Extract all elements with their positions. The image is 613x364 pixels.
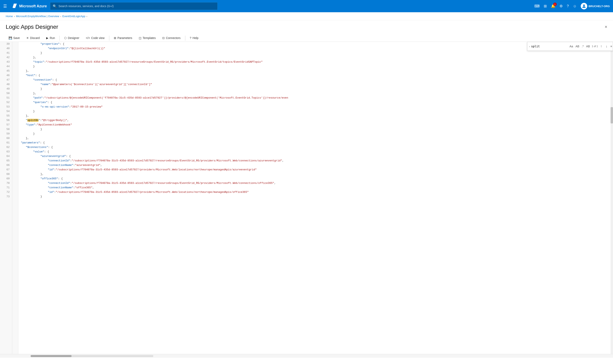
breadcrumb-workflow[interactable]: Microsoft.EmptyWorkflow | Overview: [16, 15, 59, 18]
line-num-65: 65: [0, 158, 12, 163]
search-prev-button[interactable]: ↑: [599, 44, 603, 49]
line-num-55: 55: [0, 114, 12, 118]
code-line-42: },: [18, 55, 613, 60]
line-num-60: 60: [0, 136, 12, 141]
code-line-68: },: [18, 172, 613, 177]
match-word-button[interactable]: AB: [575, 44, 580, 49]
code-line-50: },: [18, 91, 613, 96]
code-line-58: }: [18, 127, 613, 132]
chevron-1: ›: [14, 15, 15, 18]
chevron-3: ›: [86, 15, 87, 18]
line-num-72: 72: [0, 190, 12, 195]
close-button[interactable]: ×: [605, 24, 607, 30]
code-line-44: }: [18, 64, 613, 69]
code-area[interactable]: "properties": { "endpointUrl": "@{listCa…: [18, 42, 613, 354]
code-view-button[interactable]: </> Code view: [83, 35, 108, 42]
search-count: 1 of 1: [592, 45, 598, 48]
code-line-39: "properties": {: [18, 42, 613, 46]
templates-icon: ◫: [139, 36, 141, 39]
h-scrollbar-thumb[interactable]: [31, 355, 71, 357]
line-num-51: 51: [0, 96, 12, 100]
notification-icon[interactable]: 🔔 1: [551, 4, 555, 8]
code-line-61: "parameters": {: [18, 141, 613, 145]
line-num-46: 46: [0, 73, 12, 78]
line-num-66: 66: [0, 163, 12, 168]
templates-button[interactable]: ◫ Templates: [136, 35, 159, 42]
top-nav: ☰ Microsoft Azure 🔍 ⌨ ⊞ 🔔 1 ⚙ ? ☺ BRUCHE…: [0, 0, 613, 12]
page-title: Logic Apps Designer: [6, 24, 58, 30]
breadcrumb: Home › Microsoft.EmptyWorkflow | Overvie…: [0, 12, 613, 20]
search-chevron: ›: [529, 45, 530, 48]
designer-label: Designer: [68, 36, 79, 39]
scrollbar-thumb[interactable]: [611, 107, 613, 123]
line-num-56: 56: [0, 118, 12, 123]
save-button[interactable]: 💾 Save: [6, 35, 23, 42]
breadcrumb-home[interactable]: Home: [6, 15, 13, 18]
azure-logo: Microsoft Azure: [12, 3, 47, 9]
bottom-bar: [0, 354, 613, 358]
connectors-icon: ⊡: [162, 36, 165, 39]
connectors-button[interactable]: ⊡ Connectors: [159, 35, 183, 42]
horizontal-scrollbar[interactable]: [31, 355, 153, 357]
help-label: Help: [193, 36, 198, 39]
preserve-case-button[interactable]: AB: [586, 44, 591, 49]
code-line-59: }: [18, 132, 613, 136]
separator-3: [185, 36, 185, 41]
global-search[interactable]: 🔍: [50, 2, 218, 10]
code-line-54: }: [18, 109, 613, 114]
code-line-48: "name": "@parameters('$connections')['az…: [18, 82, 613, 87]
notification-badge: 1: [553, 3, 557, 6]
run-label: Run: [50, 36, 55, 39]
vertical-scrollbar[interactable]: [611, 42, 613, 354]
code-icon: </>: [86, 36, 90, 39]
line-num-53: 53: [0, 105, 12, 109]
line-num-71: 71: [0, 185, 12, 190]
parameters-button[interactable]: ⊞ Parameters: [111, 35, 135, 42]
separator-2: [109, 36, 109, 41]
cloud-shell-icon[interactable]: ⌨: [534, 4, 540, 8]
line-num-58: 58: [0, 127, 12, 132]
regex-button[interactable]: .*: [581, 44, 584, 49]
line-num-69: 69: [0, 177, 12, 181]
editor-container: › Aa AB .* AB 1 of 1 ↑ ↓ ≡ × 39 40 41 42…: [0, 42, 613, 354]
help-icon[interactable]: ?: [567, 4, 569, 8]
line-num-73: 73: [0, 195, 12, 199]
user-name: BRUCHELT-ORG: [588, 5, 610, 8]
separator-1: [59, 36, 60, 41]
search-next-button[interactable]: ↓: [604, 44, 609, 49]
directory-icon[interactable]: ⊞: [544, 4, 547, 8]
code-line-60: },: [18, 136, 613, 141]
line-num-48: 48: [0, 82, 12, 87]
feedback-icon[interactable]: ☺: [573, 4, 577, 8]
line-num-57: 57: [0, 123, 12, 127]
code-line-65: "connectionId": "/subscriptions/f704070a…: [18, 158, 613, 163]
user-account[interactable]: BRUCHELT-ORG: [581, 3, 610, 9]
search-field[interactable]: [531, 45, 568, 48]
line-num-64: 64: [0, 154, 12, 158]
code-view-label: Code view: [91, 36, 104, 39]
line-num-47: 47: [0, 78, 12, 82]
line-num-52: 52: [0, 100, 12, 105]
parameters-label: Parameters: [117, 36, 132, 39]
discard-label: Discard: [30, 36, 40, 39]
discard-icon: ✕: [26, 36, 29, 39]
code-line-66: "connectionName": "azureeventgrid",: [18, 163, 613, 168]
run-button[interactable]: ▶ Run: [43, 35, 58, 42]
nav-icons: ⌨ ⊞ 🔔 1 ⚙ ? ☺ BRUCHELT-ORG: [534, 3, 610, 9]
help-button[interactable]: ? Help: [187, 35, 201, 42]
code-line-70: "connectionId": "/subscriptions/f704070a…: [18, 181, 613, 185]
code-line-71: "connectionName": "office365",: [18, 185, 613, 190]
code-line-53: "x-ms-api-version": "2017-09-15-preview": [18, 105, 613, 109]
search-icon: 🔍: [53, 4, 57, 8]
search-input[interactable]: [58, 4, 215, 8]
match-case-button[interactable]: Aa: [569, 44, 573, 49]
azure-logo-text: Microsoft Azure: [19, 4, 47, 8]
close-widget-button[interactable]: ≡: [610, 44, 613, 49]
discard-button[interactable]: ✕ Discard: [24, 35, 42, 42]
settings-icon[interactable]: ⚙: [559, 4, 563, 8]
hamburger-menu[interactable]: ☰: [3, 4, 7, 9]
code-line-49: }: [18, 87, 613, 91]
designer-button[interactable]: ⬡ Designer: [61, 35, 82, 42]
line-num-44: 44: [0, 64, 12, 69]
breadcrumb-app[interactable]: EventGridLogicApp: [62, 15, 85, 18]
